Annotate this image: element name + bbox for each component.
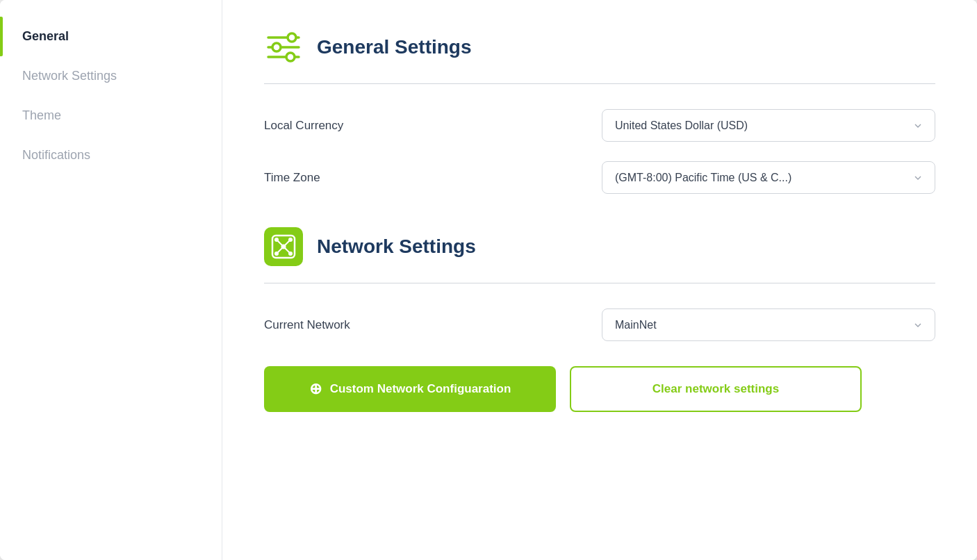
general-section-divider	[264, 83, 935, 84]
svg-line-13	[284, 241, 290, 247]
time-zone-select[interactable]: (GMT-8:00) Pacific Time (US & C...) (GMT…	[602, 161, 935, 194]
svg-line-12	[278, 241, 284, 247]
local-currency-select[interactable]: United States Dollar (USD) Euro (EUR) Br…	[602, 109, 935, 142]
current-network-label: Current Network	[264, 318, 350, 332]
sidebar-item-network-settings[interactable]: Network Settings	[0, 56, 222, 96]
network-buttons-row: ⊕ Custom Network Configuaration Clear ne…	[264, 366, 935, 412]
sidebar-item-notifications[interactable]: Notifications	[0, 135, 222, 175]
app-window: General Network Settings Theme Notificat…	[0, 0, 977, 560]
sidebar: General Network Settings Theme Notificat…	[0, 0, 222, 560]
time-zone-label: Time Zone	[264, 171, 320, 185]
sidebar-item-theme[interactable]: Theme	[0, 96, 222, 135]
svg-point-1	[288, 33, 296, 42]
svg-line-14	[278, 247, 284, 253]
plus-circle-icon: ⊕	[309, 380, 322, 398]
local-currency-row: Local Currency United States Dollar (USD…	[264, 109, 935, 142]
clear-network-button[interactable]: Clear network settings	[570, 366, 862, 412]
svg-line-15	[284, 247, 290, 253]
time-zone-row: Time Zone (GMT-8:00) Pacific Time (US & …	[264, 161, 935, 194]
network-icon	[264, 227, 303, 266]
network-settings-title: Network Settings	[317, 236, 476, 258]
sidebar-item-general[interactable]: General	[0, 17, 222, 56]
svg-point-3	[272, 43, 281, 51]
general-settings-title: General Settings	[317, 36, 472, 58]
network-section-divider	[264, 283, 935, 283]
current-network-select[interactable]: MainNet TestNet DevNet	[602, 308, 935, 341]
local-currency-label: Local Currency	[264, 119, 343, 133]
main-content: General Settings Local Currency United S…	[222, 0, 977, 560]
general-settings-header: General Settings	[264, 28, 935, 67]
custom-network-button[interactable]: ⊕ Custom Network Configuaration	[264, 366, 556, 412]
current-network-row: Current Network MainNet TestNet DevNet	[264, 308, 935, 341]
sliders-icon	[264, 28, 303, 67]
network-settings-section: Network Settings Current Network MainNet…	[264, 227, 935, 412]
svg-point-5	[286, 53, 295, 61]
network-settings-header: Network Settings	[264, 227, 935, 266]
